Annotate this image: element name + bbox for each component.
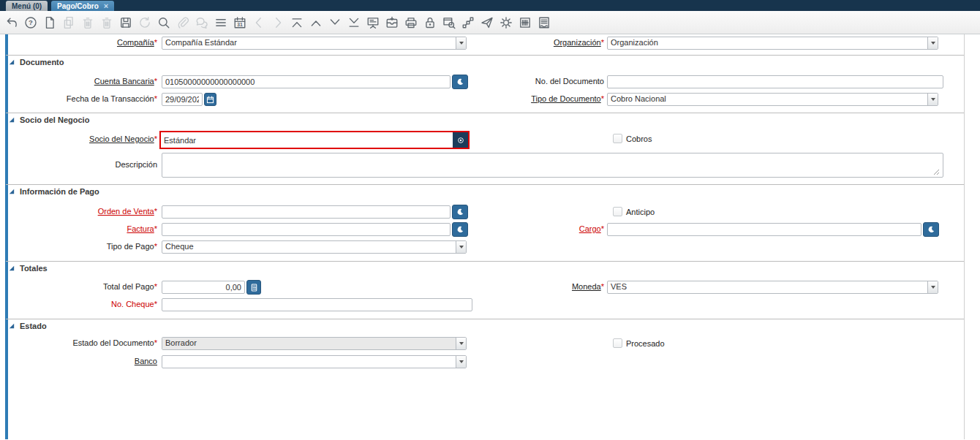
dropdown-arrow-icon[interactable] (927, 94, 938, 105)
lookup-icon (456, 77, 465, 87)
process-icon[interactable] (500, 16, 513, 29)
new-record-icon[interactable] (43, 16, 56, 29)
parent-record-icon[interactable] (252, 16, 265, 29)
requests-icon[interactable] (480, 16, 494, 29)
previous-record-icon[interactable] (309, 16, 323, 29)
banco-label[interactable]: Banco (0, 357, 157, 365)
delete-selection-icon[interactable] (100, 16, 113, 29)
report-icon[interactable] (366, 16, 380, 29)
record-info-icon (456, 136, 465, 145)
cargo-lookup-button[interactable] (923, 222, 939, 237)
estado-documento-select[interactable]: Borrador (162, 337, 467, 350)
report-menu-icon[interactable] (538, 16, 551, 29)
dropdown-arrow-icon[interactable] (927, 281, 938, 293)
section-socio[interactable]: Socio del Negocio (9, 115, 89, 124)
cargo-label[interactable]: Cargo* (471, 224, 604, 233)
organizacion-select[interactable]: Organización (607, 37, 938, 50)
factura-label[interactable]: Factura* (0, 224, 157, 233)
tipo-documento-select[interactable]: Cobro Nacional (607, 93, 938, 106)
section-totales[interactable]: Totales (9, 264, 48, 273)
cuenta-bancaria-lookup-button[interactable] (452, 75, 468, 89)
first-record-icon[interactable] (290, 16, 304, 29)
section-collapse-icon (9, 117, 15, 123)
factura-field[interactable] (162, 223, 451, 236)
close-tab-icon[interactable]: × (104, 2, 108, 10)
orden-venta-label[interactable]: Orden de Venta* (0, 207, 157, 216)
tipo-pago-value: Cheque (162, 241, 456, 253)
archive-icon[interactable] (385, 16, 399, 29)
tipo-pago-label: Tipo de Pago* (0, 242, 157, 251)
calendar-icon[interactable]: 31 (233, 16, 246, 29)
moneda-label[interactable]: Moneda* (471, 282, 604, 291)
socio-negocio-field-selected[interactable] (159, 131, 470, 149)
dropdown-arrow-icon[interactable] (456, 356, 466, 368)
export-icon[interactable] (519, 16, 532, 29)
section-estado[interactable]: Estado (9, 322, 47, 330)
descripcion-field[interactable] (162, 153, 943, 178)
tab-menu[interactable]: Menú (0) (6, 1, 48, 11)
resize-handle-icon[interactable] (933, 169, 940, 175)
lock-icon[interactable] (423, 16, 437, 29)
procesado-checkbox[interactable] (613, 338, 622, 348)
total-pago-calculator-button[interactable] (246, 280, 261, 295)
no-cheque-field[interactable] (162, 298, 472, 311)
delete-record-icon[interactable] (81, 16, 94, 29)
banco-select[interactable] (162, 355, 467, 368)
undo-icon[interactable] (5, 16, 18, 29)
section-divider (6, 319, 964, 319)
section-informacion-pago[interactable]: Información de Pago (9, 187, 99, 196)
workflow-icon[interactable] (461, 16, 475, 29)
banco-value (162, 356, 456, 368)
section-documento[interactable]: Documento (9, 58, 64, 67)
bpartner-info-button[interactable] (453, 132, 468, 148)
descripcion-label: Descripción (0, 160, 157, 169)
total-pago-field[interactable] (162, 281, 245, 294)
moneda-select[interactable]: VES (607, 281, 938, 294)
fecha-transaccion-label: Fecha de la Transacción* (0, 94, 157, 103)
zoom-across-icon[interactable] (442, 16, 456, 29)
dropdown-arrow-icon[interactable] (456, 37, 466, 49)
tipo-documento-value: Cobro Nacional (608, 94, 927, 105)
no-documento-field[interactable] (607, 75, 943, 88)
cargo-field[interactable] (607, 223, 921, 236)
dropdown-arrow-icon[interactable] (927, 37, 938, 49)
total-pago-label: Total del Pago* (0, 282, 157, 291)
fecha-calendar-button[interactable] (204, 93, 216, 106)
orden-venta-lookup-button[interactable] (452, 205, 468, 219)
factura-lookup-button[interactable] (452, 222, 468, 237)
print-icon[interactable] (404, 16, 418, 29)
find-record-icon[interactable] (157, 16, 170, 29)
organizacion-label[interactable]: Organización* (471, 38, 604, 47)
lookup-icon (927, 225, 936, 235)
next-record-icon[interactable] (328, 16, 342, 29)
last-record-icon[interactable] (347, 16, 361, 29)
no-documento-label: No. del Documento (471, 77, 604, 86)
cobros-checkbox[interactable] (613, 134, 622, 143)
moneda-value: VES (608, 281, 927, 293)
copy-record-icon[interactable] (62, 16, 75, 29)
section-divider (6, 184, 964, 185)
orden-venta-field[interactable] (162, 205, 451, 219)
requery-icon[interactable] (138, 16, 151, 29)
compania-select[interactable]: Compañía Estándar (162, 37, 467, 50)
tipo-pago-select[interactable]: Cheque (162, 240, 467, 254)
cuenta-bancaria-field[interactable] (162, 75, 451, 88)
save-icon[interactable] (119, 16, 132, 29)
socio-negocio-field[interactable] (161, 132, 453, 148)
fecha-transaccion-field[interactable] (162, 93, 203, 106)
dropdown-arrow-icon[interactable] (456, 241, 466, 253)
attachment-icon[interactable] (176, 16, 189, 29)
anticipo-checkbox[interactable] (613, 207, 622, 216)
tab-pago-cobro[interactable]: Pago/Cobro × (51, 1, 114, 11)
grid-toggle-icon[interactable] (214, 16, 227, 29)
compania-label[interactable]: Compañía* (0, 38, 157, 47)
detail-record-icon[interactable] (271, 16, 284, 29)
socio-negocio-label[interactable]: Socio del Negocio* (0, 134, 157, 143)
chat-icon[interactable] (195, 16, 208, 29)
cuenta-bancaria-label[interactable]: Cuenta Bancaria* (0, 77, 157, 86)
tipo-documento-label[interactable]: Tipo de Documento* (471, 94, 604, 103)
help-icon[interactable]: ? (24, 16, 37, 29)
compania-value: Compañía Estándar (162, 37, 456, 49)
tab-bar: Menú (0) Pago/Cobro × (0, 0, 980, 11)
dropdown-arrow-icon[interactable] (456, 338, 466, 349)
